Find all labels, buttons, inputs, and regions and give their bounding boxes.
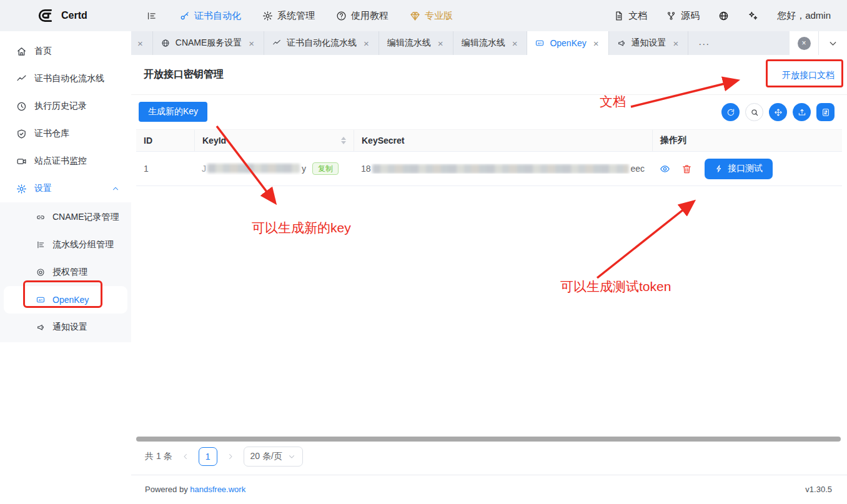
page-size-select[interactable]: 20 条/页	[244, 447, 303, 467]
close-icon[interactable]: ×	[592, 37, 600, 49]
next-page-button[interactable]	[226, 452, 235, 461]
certd-app: Certd 证书自动化 系统管理 使用教程 专业版	[0, 0, 847, 504]
tab-openkey[interactable]: API OpenKey ×	[527, 31, 608, 55]
document-icon	[613, 11, 624, 21]
page-footer: Powered by handsfree.work v1.30.5	[131, 475, 847, 504]
cell-keysecret: 18eec	[354, 164, 652, 174]
sidebar-item-label: 授权管理	[52, 267, 87, 278]
tab-stream-settings[interactable]: 流设置 ×	[131, 31, 153, 55]
sidebar-item-notification[interactable]: 通知设置	[0, 314, 131, 341]
sidebar-item-label: 首页	[34, 46, 52, 57]
col-header-id: ID	[136, 136, 194, 146]
sidebar-item-label: 执行历史记录	[34, 101, 87, 112]
tab-cname-service[interactable]: CNAME服务设置 ×	[153, 31, 264, 55]
api-test-label: 接口测试	[728, 163, 763, 174]
tab-cert-pipelines[interactable]: 证书自动化流水线 ×	[264, 31, 379, 55]
close-icon[interactable]: ×	[362, 37, 370, 49]
horizontal-scrollbar[interactable]	[136, 437, 841, 442]
api-icon: API	[36, 295, 45, 304]
sort-icon[interactable]	[341, 137, 346, 144]
gear-icon	[262, 11, 273, 21]
key-icon	[179, 11, 190, 21]
question-circle-icon	[336, 11, 347, 21]
view-button[interactable]	[660, 164, 670, 174]
sidebar-item-label: 通知设置	[52, 322, 87, 333]
docs-link[interactable]: 文档	[613, 10, 647, 22]
page-header: 开放接口密钥管理 开放接口文档	[131, 55, 847, 95]
refresh-button[interactable]	[721, 103, 740, 121]
open-api-doc-link[interactable]: 开放接口文档	[782, 70, 835, 81]
sidebar-item-site-monitor[interactable]: 站点证书监控	[0, 147, 131, 175]
theme-sparkles-icon[interactable]	[748, 11, 758, 21]
nav-pro-edition[interactable]: 专业版	[410, 10, 453, 22]
tab-label: 编辑流水线	[387, 37, 431, 49]
settings-submenu: CNAME记录管理 流水线分组管理 授权管理 API OpenKey 通知设置	[0, 202, 131, 342]
sliders-icon	[821, 108, 830, 117]
sidebar-item-auth-manage[interactable]: 授权管理	[0, 259, 131, 286]
column-settings-button[interactable]	[816, 103, 835, 121]
tab-notification-settings[interactable]: 通知设置 ×	[609, 31, 689, 55]
page-number-1[interactable]: 1	[199, 447, 217, 466]
sidebar-item-pipelines[interactable]: 证书自动化流水线	[0, 65, 131, 92]
sidebar-item-cname-records[interactable]: CNAME记录管理	[0, 204, 131, 231]
language-globe-icon[interactable]	[718, 11, 729, 21]
search-button[interactable]	[745, 103, 763, 121]
shield-check-icon	[16, 129, 27, 139]
nav-system-manage[interactable]: 系统管理	[262, 10, 315, 22]
megaphone-icon	[36, 323, 45, 332]
copy-tag[interactable]: 复制	[312, 162, 339, 175]
generate-key-button[interactable]: 生成新的Key	[139, 102, 207, 122]
main-area: 流设置 × CNAME服务设置 × 证书自动化流水线 × 编辑流水线 × 编辑流…	[131, 31, 847, 504]
close-icon[interactable]: ×	[672, 37, 680, 49]
tab-label: OpenKey	[550, 38, 586, 48]
top-header: Certd 证书自动化 系统管理 使用教程 专业版	[0, 0, 847, 31]
sidebar-item-label: 证书仓库	[34, 128, 69, 139]
tab-edit-pipeline-2[interactable]: 编辑流水线 ×	[453, 31, 528, 55]
certd-logo-icon	[37, 7, 54, 24]
export-button[interactable]	[793, 103, 811, 121]
powered-by: Powered by handsfree.work	[145, 485, 245, 494]
nav-label: 证书自动化	[194, 10, 241, 22]
nav-cert-automation[interactable]: 证书自动化	[179, 10, 241, 22]
close-icon[interactable]: ×	[247, 37, 255, 49]
sidebar-item-cert-repo[interactable]: 证书仓库	[0, 120, 131, 147]
user-greeting[interactable]: 您好，admin	[777, 10, 831, 22]
sidebar-item-label: 设置	[34, 183, 52, 194]
sidebar-item-settings[interactable]: 设置	[0, 175, 131, 202]
sidebar-item-openkey[interactable]: API OpenKey	[4, 286, 127, 314]
chevron-left-icon	[181, 452, 190, 461]
nav-tutorial[interactable]: 使用教程	[336, 10, 389, 22]
pagination-total: 共 1 条	[145, 451, 172, 462]
tab-more-ellipsis[interactable]: ···	[688, 31, 720, 55]
handsfree-link[interactable]: handsfree.work	[190, 485, 245, 494]
tab-bar: 流设置 × CNAME服务设置 × 证书自动化流水线 × 编辑流水线 × 编辑流…	[131, 31, 847, 55]
close-icon[interactable]: ×	[136, 37, 144, 49]
prev-page-button[interactable]	[181, 452, 190, 461]
col-header-keyid[interactable]: KeyId	[194, 130, 354, 151]
brand[interactable]: Certd	[0, 7, 131, 24]
api-icon: API	[535, 39, 544, 47]
tab-list-dropdown[interactable]	[818, 31, 847, 55]
source-code-link[interactable]: 源码	[666, 10, 700, 22]
tab-edit-pipeline-1[interactable]: 编辑流水线 ×	[379, 31, 453, 55]
svg-text:API: API	[538, 42, 542, 45]
sidebar-item-pipeline-groups[interactable]: 流水线分组管理	[0, 231, 131, 259]
sidebar-item-history[interactable]: 执行历史记录	[0, 92, 131, 120]
export-icon	[798, 108, 806, 117]
sidebar-item-label: OpenKey	[52, 295, 89, 305]
table-header-row: ID KeyId KeySecret 操作列	[136, 129, 842, 152]
close-all-tabs-button[interactable]: ×	[790, 31, 818, 55]
compact-mode-button[interactable]	[769, 103, 787, 121]
api-test-button[interactable]: 接口测试	[705, 159, 773, 179]
close-icon[interactable]: ×	[511, 37, 519, 49]
sidebar-item-label: 流水线分组管理	[52, 239, 114, 250]
svg-text:API: API	[39, 299, 43, 302]
nav-label: 专业版	[425, 10, 453, 22]
delete-button[interactable]	[681, 164, 692, 174]
sidebar-item-home[interactable]: 首页	[0, 37, 131, 65]
collapse-menu-icon[interactable]	[146, 11, 157, 21]
sidebar: 首页 证书自动化流水线 执行历史记录 证书仓库 站点证书监控 设置 CNAME记…	[0, 31, 131, 504]
gear-icon	[16, 184, 27, 194]
home-icon	[16, 46, 27, 57]
close-icon[interactable]: ×	[437, 37, 445, 49]
